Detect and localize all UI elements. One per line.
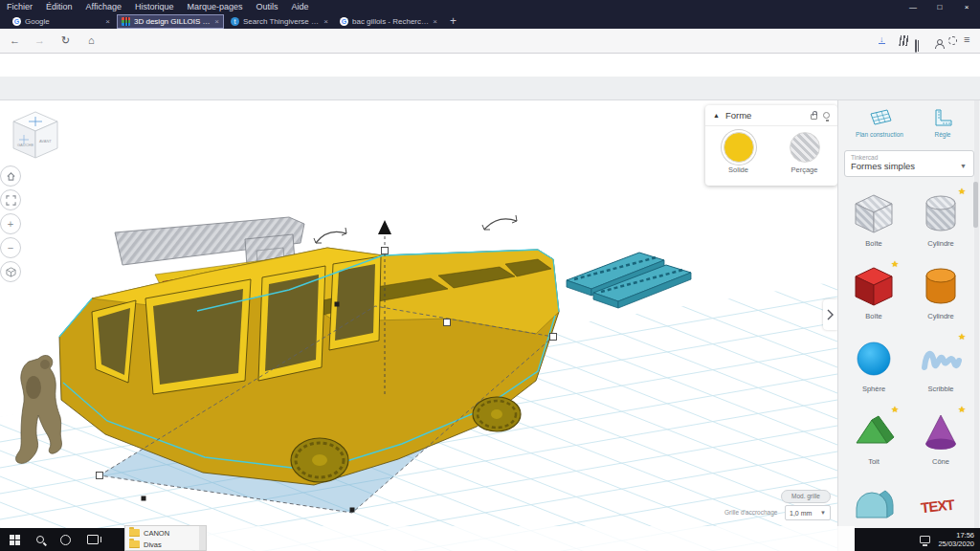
lock-shape-icon[interactable] xyxy=(811,114,817,120)
viewcube-left-label: GAUCHE xyxy=(17,143,33,147)
home-icon[interactable]: ⌂ xyxy=(88,35,95,46)
downloads-icon[interactable]: ↓ xyxy=(879,35,885,44)
scale-handle[interactable] xyxy=(97,473,103,479)
panel-collapse-handle[interactable] xyxy=(823,299,837,330)
menu-item-outils[interactable]: Outils xyxy=(250,0,285,14)
menu-item-marquepages[interactable]: Marque-pages xyxy=(180,0,249,14)
minimize-icon[interactable]: — xyxy=(900,0,926,14)
hole-swatch-icon xyxy=(790,132,820,163)
rotate-handle[interactable] xyxy=(484,219,517,230)
tab-close-icon[interactable]: × xyxy=(433,17,437,26)
chevron-down-icon: ▼ xyxy=(960,163,967,169)
collapse-caret-icon[interactable]: ▲ xyxy=(713,112,720,119)
shape-item-cyl[interactable]: Cylindre xyxy=(907,257,974,330)
network-icon[interactable] xyxy=(920,536,930,543)
screenshots-icon[interactable] xyxy=(948,36,957,45)
taskbar-left xyxy=(0,528,124,551)
taskbar-tray: 17:56 25/03/2020 xyxy=(855,528,980,551)
edge-handle[interactable] xyxy=(335,302,340,307)
back-icon[interactable]: ← xyxy=(10,35,20,46)
zoom-in-button[interactable]: + xyxy=(0,213,21,234)
shape-item-box-hole[interactable]: Boîte xyxy=(840,185,907,257)
star-badge-icon: ★ xyxy=(891,259,899,269)
hole-option[interactable]: Perçage xyxy=(790,132,820,174)
library-icon[interactable] xyxy=(899,35,909,46)
home-view-button[interactable] xyxy=(0,165,21,187)
shape-item-box[interactable]: ★Boîte xyxy=(840,257,907,330)
tab-bar: GGoogle×3D design GILLOIS | Tinkercad×tS… xyxy=(0,14,980,29)
solid-option[interactable]: Solide xyxy=(724,132,754,174)
3d-viewport[interactable]: GAUCHE AVANT + − ▲ Forme Solide xyxy=(0,100,837,551)
workplane-tool[interactable]: Plan construction xyxy=(848,108,911,138)
taskbar-search-icon[interactable] xyxy=(36,536,44,543)
snap-grid-select[interactable]: 1,0 mm ▼ xyxy=(785,505,831,520)
shape-label: Boîte xyxy=(865,312,882,320)
clock-date: 25/03/2020 xyxy=(938,540,974,548)
folder-item[interactable]: Divas xyxy=(129,539,206,550)
system-clock[interactable]: 17:56 25/03/2020 xyxy=(938,531,974,548)
browser-tab[interactable]: 3D design GILLOIS | Tinkercad× xyxy=(117,14,224,29)
shape-icon-box xyxy=(851,263,897,309)
shape-icon-cyl-hole xyxy=(918,190,964,236)
perspective-toggle-button[interactable] xyxy=(0,261,21,282)
tinkercad-toolbar: Importer Exporter Envoyer xyxy=(0,77,980,100)
tab-close-icon[interactable]: × xyxy=(214,17,219,26)
shape-item-cone[interactable]: ★Cône xyxy=(907,403,974,475)
browser-tab[interactable]: tSearch Thingiverse - Thingive...× xyxy=(226,14,333,29)
close-icon[interactable]: × xyxy=(953,0,980,14)
reload-icon[interactable]: ↻ xyxy=(61,35,70,46)
fit-view-button[interactable] xyxy=(0,189,21,210)
ruler-tool[interactable]: Règle xyxy=(911,108,974,138)
folder-name: Divas xyxy=(144,540,162,549)
gillois-vehicle-model[interactable] xyxy=(59,248,559,485)
menu-item-affichage[interactable]: Affichage xyxy=(79,0,128,14)
height-handle[interactable] xyxy=(382,248,389,254)
tab-close-icon[interactable]: × xyxy=(323,17,328,26)
cortana-icon[interactable] xyxy=(60,535,71,545)
menu-item-aide[interactable]: Aide xyxy=(285,0,316,14)
maximize-icon[interactable]: □ xyxy=(926,0,953,14)
popup-scrollbar[interactable] xyxy=(199,526,206,550)
shape-item-scribble[interactable]: ★Scribble xyxy=(907,330,974,403)
panel-scrollbar[interactable] xyxy=(974,100,979,551)
menu-item-fichier[interactable]: Fichier xyxy=(0,0,39,14)
menu-item-historique[interactable]: Historique xyxy=(128,0,181,14)
menu-icon[interactable]: ≡ xyxy=(964,34,969,45)
track-models[interactable] xyxy=(567,253,691,308)
view-cube[interactable]: GAUCHE AVANT xyxy=(10,108,61,164)
scrollbar-thumb[interactable] xyxy=(973,182,978,228)
edge-handle[interactable] xyxy=(350,508,355,513)
rotate-handle[interactable] xyxy=(316,231,346,243)
zoom-out-button[interactable]: − xyxy=(0,237,21,258)
raise-arrow-handle[interactable] xyxy=(378,220,391,234)
forward-icon[interactable]: → xyxy=(34,35,45,46)
scale-handle[interactable] xyxy=(444,320,451,326)
shape-item-sphere[interactable]: Sphère xyxy=(840,330,907,403)
shape-item-cyl-hole[interactable]: ★Cylindre xyxy=(907,185,974,257)
new-tab-button[interactable]: + xyxy=(444,14,462,29)
browser-tab[interactable]: Gbac gillois - Recherche Google× xyxy=(335,14,442,29)
shape-library-panel: Plan construction Règle Tinkercad Formes… xyxy=(837,100,980,551)
shape-label: Boîte xyxy=(865,239,882,248)
scale-handle[interactable] xyxy=(550,334,557,341)
browser-tab[interactable]: GGoogle× xyxy=(8,14,115,29)
star-badge-icon: ★ xyxy=(958,332,966,342)
sidebars-icon[interactable] xyxy=(915,39,917,53)
hide-shape-icon[interactable] xyxy=(823,112,830,119)
edge-handle[interactable] xyxy=(142,496,146,501)
edit-grid-button[interactable]: Mod. grille xyxy=(781,490,831,503)
window-controls: — □ × xyxy=(900,0,980,14)
tab-title: bac gillois - Recherche Google xyxy=(352,17,429,26)
shape-library-select[interactable]: Tinkercad Formes simples ▼ xyxy=(844,150,974,177)
shape-item-roof[interactable]: ★Toit xyxy=(840,403,907,475)
browser-navbar: ← → ↻ ⌂ https://www.tinkercad.com/things… xyxy=(0,29,980,54)
shape-icon-text: TEXT xyxy=(918,481,964,527)
soldier-figure-model[interactable] xyxy=(16,355,62,463)
start-button-icon[interactable] xyxy=(10,535,20,545)
menu-item-dition[interactable]: Édition xyxy=(39,0,79,14)
folder-item[interactable]: CANON xyxy=(129,527,206,539)
shape-icon-scribble xyxy=(918,336,964,382)
tab-close-icon[interactable]: × xyxy=(105,17,110,26)
ruler-icon xyxy=(932,108,953,129)
task-view-icon[interactable] xyxy=(87,535,99,544)
